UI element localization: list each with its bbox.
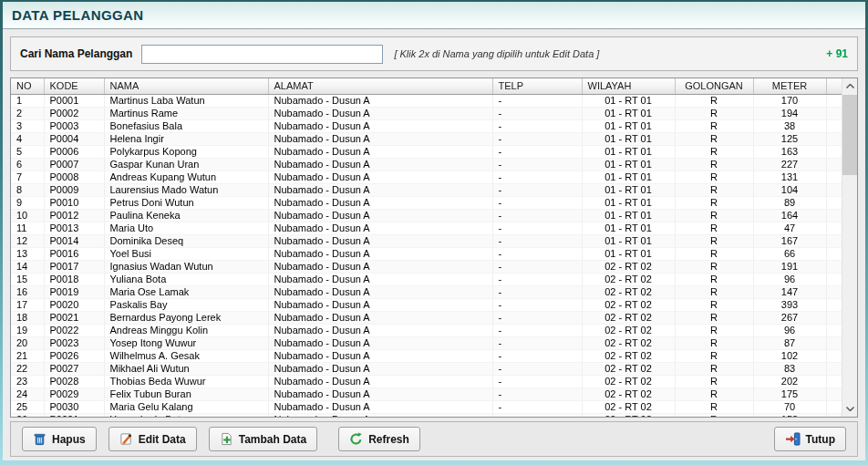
cell-filler — [826, 119, 842, 132]
column-header-kode[interactable]: KODE — [44, 78, 104, 94]
table-row[interactable]: 24 P0029 Felix Tubun Buran Nubamado - Du… — [11, 388, 842, 400]
cell-filler — [826, 170, 842, 183]
close-button[interactable]: Tutup — [774, 427, 846, 451]
app-window: DATA PELANGGAN Cari Nama Pelanggan [ Kli… — [0, 0, 868, 465]
cell-telp: - — [492, 413, 582, 417]
cell-golongan: R — [675, 119, 753, 132]
cell-kode: P0010 — [44, 196, 104, 209]
cell-meter: 38 — [753, 119, 826, 132]
table-row[interactable]: 4 P0004 Helena Ingir Nubamado - Dusun A … — [11, 132, 842, 145]
cell-alamat: Nubamado - Dusun A — [268, 94, 492, 107]
cell-no: 18 — [11, 311, 44, 324]
table-row[interactable]: 9 P0010 Petrus Doni Wutun Nubamado - Dus… — [11, 196, 842, 209]
edit-button-label: Edit Data — [139, 433, 186, 446]
cell-golongan: R — [675, 145, 753, 158]
cell-telp: - — [492, 324, 582, 336]
cell-golongan: R — [675, 107, 753, 119]
cell-kode: P0003 — [44, 119, 104, 132]
scroll-down-icon[interactable] — [842, 401, 858, 417]
cell-no: 11 — [11, 222, 44, 234]
table-row[interactable]: 17 P0020 Paskalis Bay Nubamado - Dusun A… — [11, 298, 842, 311]
table-row[interactable]: 22 P0027 Mikhael Ali Wutun Nubamado - Du… — [11, 362, 842, 375]
vertical-scrollbar[interactable] — [842, 78, 857, 417]
cell-telp: - — [492, 158, 582, 170]
cell-meter: 104 — [753, 183, 826, 196]
cell-kode: P0004 — [44, 132, 104, 145]
column-header-meter[interactable]: METER — [753, 78, 826, 94]
cell-alamat: Nubamado - Dusun A — [268, 311, 492, 324]
cell-no: 7 — [11, 170, 44, 183]
column-header-wilayah[interactable]: WILAYAH — [582, 78, 675, 94]
cell-nama: Polykarpus Kopong — [104, 145, 268, 158]
cell-filler — [826, 94, 842, 107]
table-row[interactable]: 1 P0001 Martinus Laba Watun Nubamado - D… — [11, 94, 842, 107]
table-header-row: NO KODE NAMA ALAMAT TELP WILAYAH GOLONGA… — [11, 78, 842, 94]
table-row[interactable]: 15 P0018 Yuliana Bota Nubamado - Dusun A… — [11, 273, 842, 285]
cell-no: 6 — [11, 158, 44, 170]
table-row[interactable]: 10 P0012 Paulina Keneka Nubamado - Dusun… — [11, 209, 842, 222]
cell-alamat: Nubamado - Dusun A — [268, 132, 492, 145]
cell-alamat: Nubamado - Dusun A — [268, 119, 492, 132]
cell-meter: 194 — [753, 107, 826, 119]
table-row[interactable]: 2 P0002 Martinus Rame Nubamado - Dusun A… — [11, 107, 842, 119]
table-row[interactable]: 26 P0031 Yosep Lado Batun Nubamado - Dus… — [11, 413, 842, 417]
cell-kode: P0029 — [44, 388, 104, 400]
table-row[interactable]: 3 P0003 Bonefasius Bala Nubamado - Dusun… — [11, 119, 842, 132]
column-header-alamat[interactable]: ALAMAT — [268, 78, 492, 94]
table-row[interactable]: 8 P0009 Laurensius Mado Watun Nubamado -… — [11, 183, 842, 196]
cell-alamat: Nubamado - Dusun A — [268, 298, 492, 311]
edit-data-button[interactable]: Edit Data — [108, 427, 197, 451]
delete-button[interactable]: Hapus — [22, 427, 97, 451]
table-row[interactable]: 19 P0022 Andreas Minggu Kolin Nubamado -… — [11, 324, 842, 336]
cell-meter: 66 — [753, 247, 826, 260]
cell-alamat: Nubamado - Dusun A — [268, 388, 492, 400]
table-row[interactable]: 20 P0023 Yosep Itong Wuwur Nubamado - Du… — [11, 336, 842, 349]
close-button-label: Tutup — [806, 433, 835, 446]
table-row[interactable]: 6 P0007 Gaspar Kunan Uran Nubamado - Dus… — [11, 158, 842, 170]
table-row[interactable]: 11 P0013 Maria Uto Nubamado - Dusun A - … — [11, 222, 842, 234]
cell-golongan: R — [675, 132, 753, 145]
table-row[interactable]: 5 P0006 Polykarpus Kopong Nubamado - Dus… — [11, 145, 842, 158]
table-row[interactable]: 21 P0026 Wilhelmus A. Gesak Nubamado - D… — [11, 349, 842, 362]
cell-wilayah: 01 - RT 01 — [582, 158, 675, 170]
table-row[interactable]: 16 P0019 Maria Ose Lamak Nubamado - Dusu… — [11, 285, 842, 298]
add-button-label: Tambah Data — [239, 433, 306, 446]
cell-telp: - — [492, 247, 582, 260]
cell-nama: Yuliana Bota — [104, 273, 268, 285]
table-row[interactable]: 12 P0014 Dominika Deseq Nubamado - Dusun… — [11, 234, 842, 247]
refresh-button-label: Refresh — [368, 433, 409, 446]
cell-telp: - — [492, 349, 582, 362]
cell-kode: P0017 — [44, 260, 104, 273]
cell-kode: P0022 — [44, 324, 104, 336]
scroll-up-icon[interactable] — [842, 78, 857, 94]
cell-nama: Maria Uto — [104, 222, 268, 234]
cell-alamat: Nubamado - Dusun A — [268, 413, 492, 417]
cell-nama: Helena Ingir — [104, 132, 268, 145]
cell-filler — [826, 196, 842, 209]
table-row[interactable]: 23 P0028 Thobias Beda Wuwur Nubamado - D… — [11, 375, 842, 388]
grid-viewport: NO KODE NAMA ALAMAT TELP WILAYAH GOLONGA… — [11, 78, 842, 417]
cell-no: 23 — [11, 375, 44, 388]
cell-nama: Laurensius Mado Watun — [104, 183, 268, 196]
cell-kode: P0021 — [44, 311, 104, 324]
cell-alamat: Nubamado - Dusun A — [268, 183, 492, 196]
column-header-nama[interactable]: NAMA — [104, 78, 268, 94]
scrollbar-thumb[interactable] — [842, 95, 858, 175]
table-row[interactable]: 25 P0030 Maria Gelu Kalang Nubamado - Du… — [11, 400, 842, 413]
cell-alamat: Nubamado - Dusun A — [268, 222, 492, 234]
cell-no: 4 — [11, 132, 44, 145]
table-row[interactable]: 14 P0017 Ignasius Wadan Wutun Nubamado -… — [11, 260, 842, 273]
table-row[interactable]: 7 P0008 Andreas Kupang Wutun Nubamado - … — [11, 170, 842, 183]
table-row[interactable]: 18 P0021 Bernardus Payong Lerek Nubamado… — [11, 311, 842, 324]
footer-toolbar: Hapus Edit Data Tambah Data Refresh Tutu… — [10, 421, 858, 457]
cell-kode: P0020 — [44, 298, 104, 311]
cell-nama: Ignasius Wadan Wutun — [104, 260, 268, 273]
column-header-no[interactable]: NO — [11, 78, 44, 94]
refresh-button[interactable]: Refresh — [338, 427, 420, 451]
add-data-button[interactable]: Tambah Data — [209, 427, 317, 451]
column-header-telp[interactable]: TELP — [492, 78, 582, 94]
window-body: DATA PELANGGAN Cari Nama Pelanggan [ Kli… — [3, 2, 865, 460]
table-row[interactable]: 13 P0016 Yoel Busi Nubamado - Dusun A - … — [11, 247, 842, 260]
column-header-golongan[interactable]: GOLONGAN — [675, 78, 753, 94]
search-input[interactable] — [141, 45, 383, 64]
